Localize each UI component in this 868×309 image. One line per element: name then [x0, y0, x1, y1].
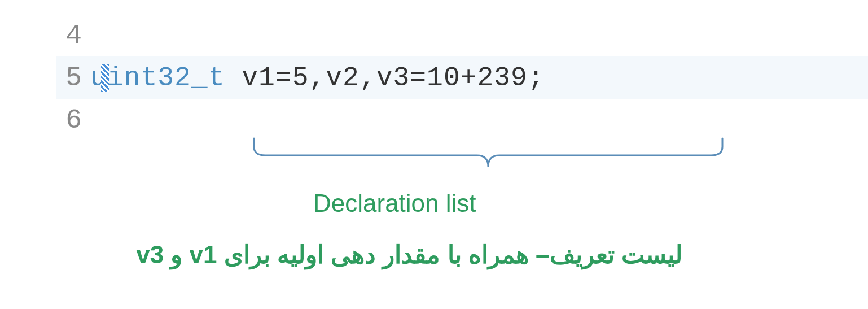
- declaration-text: v1=5,v2,v3=10+239;: [225, 63, 544, 93]
- code-line-5: 5 uint32_t v1=5,v2,v3=10+239;: [56, 56, 868, 99]
- bookmark-marker: [101, 64, 109, 92]
- annotation-label-farsi: لیست تعریف– همراه با مقدار دهی اولیه برا…: [110, 240, 708, 269]
- editor-gutter: [42, 17, 52, 153]
- line-number: 4: [56, 20, 90, 51]
- type-keyword: uint32_t: [90, 63, 225, 93]
- code-line-6: 6: [56, 99, 868, 141]
- annotation-label-english: Declaration list: [313, 189, 476, 217]
- line-number: 5: [56, 63, 90, 93]
- code-line-4: 4: [56, 14, 868, 56]
- code-content: uint32_t v1=5,v2,v3=10+239;: [90, 63, 545, 93]
- line-number: 6: [56, 105, 90, 136]
- code-area: 4 5 uint32_t v1=5,v2,v3=10+239; 6: [0, 14, 868, 141]
- curly-brace-annotation: [251, 136, 725, 181]
- diagram-container: 4 5 uint32_t v1=5,v2,v3=10+239; 6 Declar…: [0, 0, 868, 309]
